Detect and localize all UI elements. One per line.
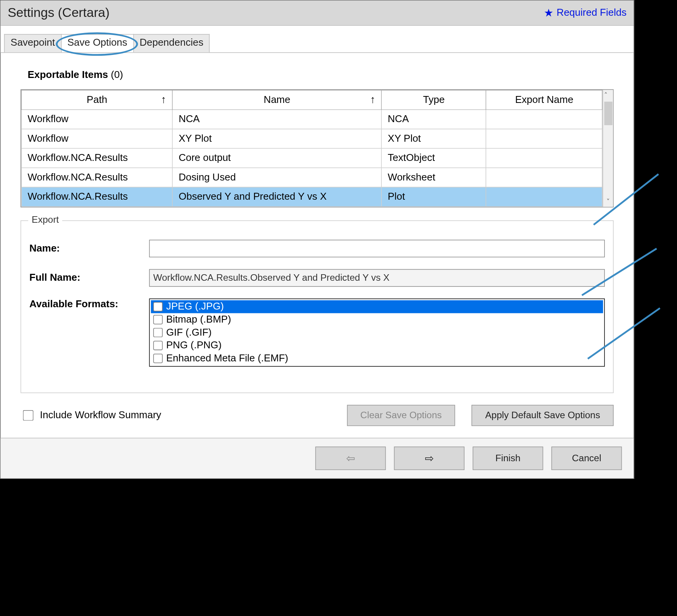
col-type[interactable]: Type xyxy=(381,90,486,109)
sort-up-icon: ↑ xyxy=(370,93,375,106)
tabs-bar: Savepoint Save Options Dependencies xyxy=(1,26,634,53)
table-cell xyxy=(486,168,603,187)
table-cell: Dosing Used xyxy=(172,168,381,187)
table-cell: Workflow.NCA.Results xyxy=(21,148,173,167)
tab-dependencies[interactable]: Dependencies xyxy=(133,34,210,52)
table-cell: Workflow xyxy=(21,109,173,129)
format-checkbox[interactable] xyxy=(153,354,162,363)
table-cell: Workflow.NCA.Results xyxy=(21,168,173,187)
tab-savepoint[interactable]: Savepoint xyxy=(4,34,61,52)
table-cell: NCA xyxy=(381,109,486,129)
star-icon: ★ xyxy=(544,7,553,20)
table-cell: Core output xyxy=(172,148,381,167)
available-formats-label: Available Formats: xyxy=(30,298,141,310)
format-label: JPEG (.JPG) xyxy=(166,301,224,313)
export-name-input[interactable] xyxy=(149,240,605,257)
format-checkbox[interactable] xyxy=(153,328,162,337)
table-cell: Plot xyxy=(381,187,486,206)
sort-up-icon: ↑ xyxy=(161,93,167,106)
scroll-up-icon[interactable]: ˄ xyxy=(604,90,612,101)
format-item[interactable]: Bitmap (.BMP) xyxy=(151,313,603,326)
export-group: Export Name: Full Name: Available Format… xyxy=(21,220,614,393)
table-cell: Workflow.NCA.Results xyxy=(21,187,173,206)
table-cell xyxy=(486,187,603,206)
exportable-items-table-wrap: Path ↑ Name ↑ Type Export Name xyxy=(21,89,614,208)
table-cell: XY Plot xyxy=(172,129,381,148)
arrow-right-icon: ⇨ xyxy=(425,452,434,464)
format-checkbox[interactable] xyxy=(153,315,162,324)
format-label: GIF (.GIF) xyxy=(166,327,211,339)
format-checkbox[interactable] xyxy=(153,302,162,311)
col-path[interactable]: Path ↑ xyxy=(21,90,173,109)
table-cell: TextObject xyxy=(381,148,486,167)
exportable-items-heading: Exportable Items (0) xyxy=(28,70,614,81)
table-cell: Observed Y and Predicted Y vs X xyxy=(172,187,381,206)
table-row[interactable]: Workflow.NCA.ResultsDosing UsedWorksheet xyxy=(21,168,603,187)
table-row[interactable]: WorkflowXY PlotXY Plot xyxy=(21,129,603,148)
scroll-thumb[interactable] xyxy=(604,102,612,125)
table-scrollbar[interactable]: ˄ ˅ xyxy=(603,90,613,207)
format-item[interactable]: JPEG (.JPG) xyxy=(151,300,603,313)
export-fullname-label: Full Name: xyxy=(30,272,141,284)
table-cell: NCA xyxy=(172,109,381,129)
format-item[interactable]: PNG (.PNG) xyxy=(151,339,603,352)
scroll-down-icon[interactable]: ˅ xyxy=(606,196,610,207)
exportable-items-table[interactable]: Path ↑ Name ↑ Type Export Name xyxy=(21,90,603,207)
finish-button[interactable]: Finish xyxy=(473,447,543,470)
table-cell xyxy=(486,148,603,167)
col-export-name[interactable]: Export Name xyxy=(486,90,603,109)
wizard-footer: ⇦ ⇨ Finish Cancel xyxy=(1,438,634,479)
format-label: Bitmap (.BMP) xyxy=(166,314,231,326)
export-legend: Export xyxy=(28,214,62,225)
titlebar: Settings (Certara) ★ Required Fields xyxy=(1,1,634,26)
table-cell: Worksheet xyxy=(381,168,486,187)
back-button[interactable]: ⇦ xyxy=(315,447,386,470)
table-cell: XY Plot xyxy=(381,129,486,148)
col-name[interactable]: Name ↑ xyxy=(172,90,381,109)
arrow-left-icon: ⇦ xyxy=(346,452,355,464)
clear-save-options-button[interactable]: Clear Save Options xyxy=(347,405,456,426)
cancel-button[interactable]: Cancel xyxy=(552,447,622,470)
settings-window: Settings (Certara) ★ Required Fields Sav… xyxy=(0,0,634,479)
table-cell xyxy=(486,129,603,148)
table-row[interactable]: Workflow.NCA.ResultsCore outputTextObjec… xyxy=(21,148,603,167)
export-name-label: Name: xyxy=(30,243,141,255)
format-item[interactable]: GIF (.GIF) xyxy=(151,326,603,339)
include-workflow-summary-checkbox[interactable]: Include Workflow Summary xyxy=(21,408,330,422)
available-formats-list[interactable]: JPEG (.JPG)Bitmap (.BMP)GIF (.GIF)PNG (.… xyxy=(149,298,605,366)
format-label: Enhanced Meta File (.EMF) xyxy=(166,353,288,364)
format-item[interactable]: Enhanced Meta File (.EMF) xyxy=(151,352,603,365)
format-label: PNG (.PNG) xyxy=(166,339,222,351)
tab-save-options[interactable]: Save Options xyxy=(61,34,134,52)
table-row[interactable]: Workflow.NCA.ResultsObserved Y and Predi… xyxy=(21,187,603,206)
next-button[interactable]: ⇨ xyxy=(394,447,465,470)
window-title: Settings (Certara) xyxy=(8,5,110,21)
required-fields-label: ★ Required Fields xyxy=(544,7,627,20)
apply-default-save-options-button[interactable]: Apply Default Save Options xyxy=(472,405,614,426)
table-row[interactable]: WorkflowNCANCA xyxy=(21,109,603,129)
export-fullname-input xyxy=(149,269,605,287)
format-checkbox[interactable] xyxy=(153,341,162,350)
table-cell xyxy=(486,109,603,129)
table-cell: Workflow xyxy=(21,129,173,148)
